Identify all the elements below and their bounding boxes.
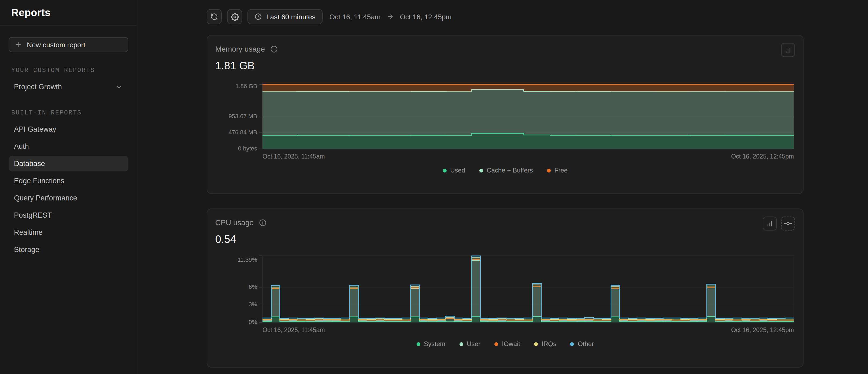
legend-label: Used [450, 167, 465, 174]
sidebar-header: Reports [0, 0, 137, 26]
sidebar-item-realtime[interactable]: Realtime [8, 225, 128, 240]
memory-usage-card: Memory usage 1.81 GB 0 bytes [207, 35, 804, 194]
sidebar-item-api-gateway[interactable]: API Gateway [8, 121, 128, 137]
cpu-usage-title: CPU usage [215, 218, 254, 227]
sidebar-item-auth[interactable]: Auth [8, 139, 128, 154]
legend-item-system: System [416, 340, 445, 348]
legend-label: IRQs [541, 340, 556, 348]
legend-dot [416, 342, 420, 346]
legend-dot [570, 342, 574, 346]
chart-style-button[interactable] [763, 217, 777, 231]
chart-style-button[interactable] [781, 43, 795, 57]
x-axis-start-label: Oct 16, 2025, 11:45am [262, 327, 325, 333]
cpu-usage-card: CPU usage [207, 208, 804, 368]
legend-item-cache-buffers: Cache + Buffers [479, 167, 533, 174]
info-icon[interactable] [258, 219, 267, 227]
section-header-built-in-reports: BUILT-IN REPORTS [11, 109, 126, 116]
plus-icon [14, 41, 22, 48]
sidebar-item-postgrest[interactable]: PostgREST [8, 207, 128, 223]
sidebar: Reports New custom report YOUR CUSTOM RE… [0, 0, 137, 374]
page-title: Reports [11, 7, 51, 19]
chart-legend: System User IOwait IRQs [215, 340, 795, 348]
legend-label: System [424, 340, 445, 348]
refresh-icon [210, 13, 218, 21]
range-start: Oct 16, 11:45am [330, 12, 380, 21]
sidebar-item-label: Storage [14, 246, 39, 254]
legend-dot [534, 342, 538, 346]
sidebar-item-label: API Gateway [14, 125, 56, 133]
sidebar-item-label: Query Performance [14, 194, 77, 202]
sidebar-item-query-performance[interactable]: Query Performance [8, 190, 128, 206]
sidebar-item-label: PostgREST [14, 211, 52, 219]
legend-label: Free [555, 167, 568, 174]
memory-usage-value: 1.81 GB [215, 60, 795, 72]
time-range-button[interactable]: Last 60 minutes [247, 9, 322, 24]
sidebar-item-label: Realtime [14, 228, 43, 236]
main-area: Last 60 minutes Oct 16, 11:45am Oct 16, … [137, 0, 868, 374]
new-custom-report-label: New custom report [27, 40, 85, 49]
memory-usage-title: Memory usage [215, 45, 265, 53]
svg-text:0%: 0% [249, 319, 257, 325]
new-custom-report-button[interactable]: New custom report [8, 37, 128, 52]
memory-usage-chart[interactable]: 0 bytes476.84 MB953.67 MB1.86 GB [215, 79, 795, 152]
x-axis-end-label: Oct 16, 2025, 12:45pm [731, 153, 794, 160]
svg-text:3%: 3% [249, 301, 257, 308]
info-icon[interactable] [270, 45, 278, 53]
sidebar-item-label: Project Growth [14, 83, 62, 91]
card-actions [763, 217, 795, 231]
legend-dot [459, 342, 463, 346]
legend-item-free: Free [547, 167, 568, 174]
legend-item-iowait: IOwait [494, 340, 520, 348]
cpu-usage-value: 0.54 [215, 233, 795, 246]
sidebar-item-database[interactable]: Database [8, 156, 128, 171]
svg-text:953.67 MB: 953.67 MB [229, 113, 257, 120]
report-content: Last 60 minutes Oct 16, 11:45am Oct 16, … [207, 9, 804, 368]
sidebar-item-edge-functions[interactable]: Edge Functions [8, 173, 128, 189]
bar-chart-icon [784, 46, 792, 54]
section-header-custom-reports: YOUR CUSTOM REPORTS [11, 67, 126, 74]
max-value-toggle-button[interactable] [781, 217, 795, 231]
svg-text:6%: 6% [249, 284, 257, 290]
legend-dot [479, 169, 483, 172]
refresh-button[interactable] [207, 9, 222, 24]
legend-label: User [467, 340, 480, 348]
chevron-down-icon [116, 83, 123, 90]
legend-item-irqs: IRQs [534, 340, 556, 348]
time-range-label: Last 60 minutes [266, 12, 316, 21]
svg-text:476.84 MB: 476.84 MB [229, 129, 257, 136]
card-header: CPU usage [215, 217, 795, 232]
card-actions [781, 43, 795, 57]
report-settings-button[interactable] [227, 9, 242, 24]
arrow-right-icon [386, 13, 394, 21]
legend-label: Cache + Buffers [487, 167, 533, 174]
reports-page: Reports New custom report YOUR CUSTOM RE… [0, 0, 868, 374]
legend-label: Other [578, 340, 594, 348]
report-toolbar: Last 60 minutes Oct 16, 11:45am Oct 16, … [207, 9, 804, 24]
sidebar-item-storage[interactable]: Storage [8, 242, 128, 257]
sidebar-item-label: Database [14, 160, 45, 168]
svg-text:0 bytes: 0 bytes [238, 145, 257, 152]
card-title: CPU usage [215, 217, 267, 227]
range-end: Oct 16, 12:45pm [400, 12, 452, 21]
sidebar-item-label: Auth [14, 142, 29, 150]
legend-dot [442, 169, 446, 172]
line-marker-icon [784, 219, 792, 228]
x-axis-labels: Oct 16, 2025, 11:45am Oct 16, 2025, 12:4… [262, 153, 794, 160]
sidebar-body: New custom report YOUR CUSTOM REPORTS Pr… [0, 26, 137, 259]
time-range-display: Oct 16, 11:45am Oct 16, 12:45pm [330, 12, 452, 21]
sidebar-item-project-growth[interactable]: Project Growth [8, 79, 128, 94]
x-axis-labels: Oct 16, 2025, 11:45am Oct 16, 2025, 12:4… [262, 327, 794, 333]
card-title: Memory usage [215, 43, 278, 53]
sidebar-item-label: Edge Functions [14, 177, 64, 185]
gear-icon [230, 12, 239, 21]
cpu-usage-chart[interactable]: 0%3%6%11.39% [215, 253, 795, 326]
legend-item-used: Used [442, 167, 465, 174]
svg-text:11.39%: 11.39% [238, 256, 257, 263]
clock-icon [254, 13, 262, 21]
x-axis-start-label: Oct 16, 2025, 11:45am [262, 153, 325, 160]
legend-dot [494, 342, 498, 346]
card-header: Memory usage [215, 43, 795, 58]
bar-chart-icon [766, 220, 774, 227]
legend-label: IOwait [502, 340, 520, 348]
legend-dot [547, 169, 551, 172]
